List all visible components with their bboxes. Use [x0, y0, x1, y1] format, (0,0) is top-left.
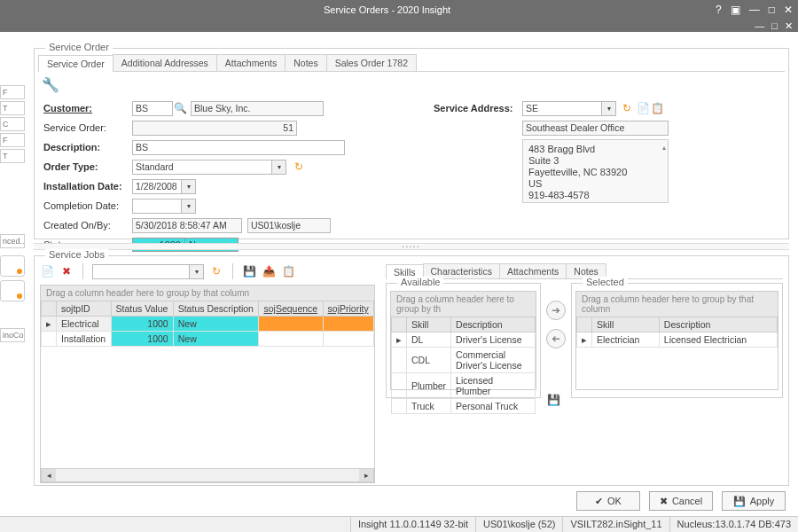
- save-icon[interactable]: 💾: [242, 264, 256, 278]
- check-icon: ✔: [595, 496, 603, 507]
- available-grid[interactable]: Drag a column header here to group by th…: [390, 291, 536, 390]
- mdi-close-icon[interactable]: ✕: [785, 20, 793, 32]
- service-order-no: [132, 121, 297, 136]
- save-skills-icon[interactable]: 💾: [546, 393, 560, 407]
- title-bar: Service Orders - 2020 Insight ? ▣ — □ ✕: [0, 0, 798, 20]
- group-legend: Service Order: [45, 42, 113, 52]
- chevron-down-icon[interactable]: ▾: [602, 101, 616, 116]
- selected-grid[interactable]: Drag a column header here to group by th…: [575, 291, 778, 390]
- docked-button-1[interactable]: [0, 255, 25, 277]
- copy-address-icon[interactable]: 📋: [650, 101, 664, 115]
- docked-tab[interactable]: inoCon: [0, 328, 25, 342]
- chevron-down-icon[interactable]: ▾: [190, 264, 204, 279]
- cancel-button[interactable]: ✖Cancel: [649, 491, 713, 511]
- window-title: Service Orders - 2020 Insight: [59, 4, 716, 15]
- chevron-down-icon[interactable]: ▾: [272, 160, 286, 175]
- service-order-group: Service Order Service Order Additional A…: [34, 48, 789, 239]
- tab-attachments-2[interactable]: Attachments: [499, 263, 567, 278]
- installation-date-input[interactable]: [132, 179, 182, 194]
- docked-button-2[interactable]: [0, 280, 25, 301]
- order-type-select[interactable]: [132, 160, 272, 175]
- label-customer: Customer:: [43, 103, 132, 113]
- tab-service-order[interactable]: Service Order: [38, 55, 113, 72]
- refresh-address-icon[interactable]: ↻: [620, 101, 634, 115]
- add-job-icon[interactable]: 📄: [40, 264, 54, 278]
- delete-job-icon[interactable]: ✖: [59, 264, 74, 278]
- horizontal-scrollbar[interactable]: ◂▸: [41, 468, 374, 482]
- move-right-button[interactable]: ➜: [546, 301, 566, 320]
- label-order-type: Order Type:: [43, 161, 132, 172]
- service-jobs-group: Service Jobs 📄 ✖ ▾ ↻ 💾 📤 📋 Drag a column…: [34, 255, 789, 486]
- table-row: PlumberLicensed Plumber: [392, 373, 536, 399]
- label-service-address: Service Address:: [434, 103, 522, 113]
- tab-attachments[interactable]: Attachments: [216, 54, 286, 71]
- apply-button[interactable]: 💾Apply: [722, 491, 786, 511]
- export-icon[interactable]: 📤: [262, 264, 276, 278]
- table-row: ▸ Electrical 1000 New: [42, 317, 374, 332]
- chevron-down-icon[interactable]: ▾: [182, 179, 196, 194]
- label-completion-date: Completion Date:: [43, 200, 132, 211]
- x-icon: ✖: [660, 496, 668, 507]
- address-name: [522, 121, 669, 136]
- tab-additional-addresses[interactable]: Additional Addresses: [113, 54, 217, 71]
- move-left-button[interactable]: ➜: [546, 329, 566, 348]
- job-filter-input[interactable]: [92, 264, 190, 279]
- minimize-icon[interactable]: —: [749, 4, 760, 16]
- service-order-tabs: Service Order Additional Addresses Attac…: [38, 54, 785, 72]
- label-service-order: Service Order:: [43, 122, 132, 133]
- status-bar: Insight 11.0.0.1149 32-bit US01\koslje (…: [0, 516, 798, 532]
- selected-group: Selected Drag a column header here to gr…: [571, 283, 783, 398]
- label-installation-date: Installation Date:: [43, 181, 132, 192]
- created-on-value: [132, 218, 242, 233]
- jobs-grid[interactable]: Drag a column header here to group by th…: [40, 285, 375, 483]
- created-by-value: [247, 218, 331, 233]
- address-code-select[interactable]: [522, 101, 602, 116]
- label-created-on-by: Created On/By:: [43, 220, 132, 231]
- refresh-jobs-icon[interactable]: ↻: [209, 264, 223, 278]
- table-row: Installation 1000 New: [42, 332, 374, 347]
- tab-sales-order[interactable]: Sales Order 1782: [326, 54, 417, 71]
- new-address-icon[interactable]: 📄: [636, 101, 650, 115]
- table-row: ▸DLDriver's License: [392, 332, 536, 348]
- table-row: TruckPersonal Truck: [392, 399, 536, 414]
- mdi-controls: — □ ✕: [0, 20, 798, 32]
- refresh-icon[interactable]: ↻: [292, 160, 306, 174]
- ok-button[interactable]: ✔OK: [576, 491, 640, 511]
- lookup-customer-icon[interactable]: 🔍: [173, 101, 187, 115]
- address-text: ▴ 483 Bragg Blvd Suite 3 Fayetteville, N…: [522, 139, 669, 203]
- customer-name-input: [191, 101, 324, 116]
- description-input[interactable]: [132, 140, 345, 155]
- restore-icon[interactable]: ▣: [731, 4, 740, 16]
- save-icon: 💾: [733, 496, 746, 507]
- label-description: Description:: [43, 142, 132, 153]
- table-row: ▸ElectricianLicensed Electrician: [577, 332, 778, 348]
- copy-icon[interactable]: 📋: [281, 264, 295, 278]
- splitter[interactable]: •••••: [34, 243, 789, 250]
- close-icon[interactable]: ✕: [784, 4, 793, 16]
- grid-header-row: sojtpID Status Value Status Description …: [42, 301, 374, 317]
- help-icon[interactable]: ?: [716, 4, 722, 16]
- mdi-restore-icon[interactable]: □: [771, 20, 778, 32]
- chevron-down-icon[interactable]: ▾: [182, 199, 196, 214]
- group-legend-jobs: Service Jobs: [45, 249, 108, 260]
- drag-hint: Drag a column header here to group by th…: [41, 286, 374, 301]
- tab-notes[interactable]: Notes: [285, 54, 326, 71]
- customer-code-input[interactable]: [132, 101, 173, 116]
- completion-date-input[interactable]: [132, 199, 182, 214]
- wrench-icon[interactable]: 🔧: [43, 77, 58, 91]
- available-group: Available Drag a column header here to g…: [386, 283, 541, 398]
- table-row: CDLCommercial Driver's License: [392, 348, 536, 373]
- maximize-icon[interactable]: □: [769, 4, 775, 16]
- mdi-minimize-icon[interactable]: —: [755, 20, 764, 32]
- left-docked-remnant: F T C F T nced... inoCon: [0, 85, 25, 344]
